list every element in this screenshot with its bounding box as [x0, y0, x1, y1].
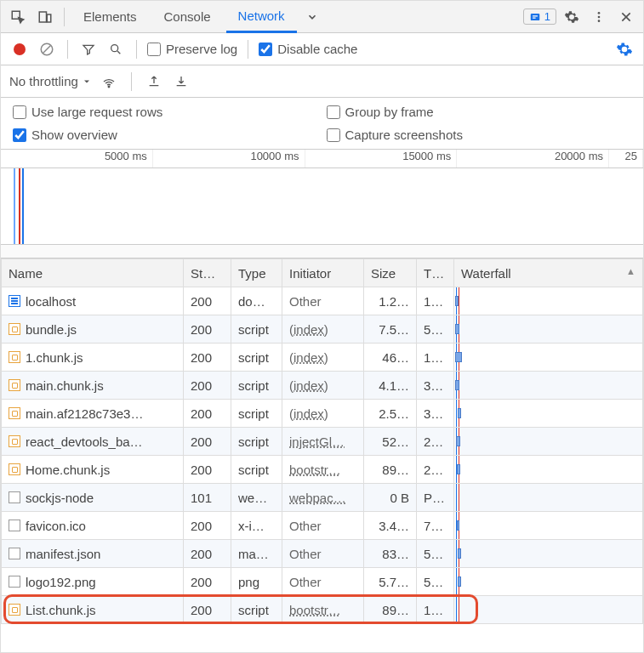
cell-status: 200	[184, 428, 231, 456]
search-icon[interactable]	[105, 39, 126, 60]
group-by-frame-input[interactable]	[327, 105, 340, 119]
table-row[interactable]: logo192.png 200 png Other 5.7… 5…	[2, 568, 643, 596]
cell-initiator[interactable]: (index)	[282, 315, 364, 344]
table-row[interactable]: sockjs-node 101 we… webpac… 0 B P…	[2, 484, 643, 512]
cell-initiator[interactable]: (index)	[282, 372, 364, 400]
cell-initiator[interactable]: Other	[282, 287, 364, 315]
waterfall-dcl-line	[456, 596, 457, 623]
col-initiator[interactable]: Initiator	[282, 259, 364, 287]
cell-name[interactable]: sockjs-node	[2, 484, 184, 512]
capture-screenshots-input[interactable]	[327, 128, 340, 142]
initiator-link[interactable]: (index)	[289, 322, 328, 337]
cell-name[interactable]: favicon.ico	[2, 512, 184, 540]
table-row[interactable]: bundle.js 200 script (index) 7.5… 5…	[2, 315, 643, 344]
cell-name[interactable]: react_devtools_ba…	[2, 428, 184, 456]
cell-name[interactable]: 1.chunk.js	[2, 344, 184, 372]
large-rows-label: Use large request rows	[31, 105, 162, 119]
cell-name[interactable]: logo192.png	[2, 568, 184, 596]
cell-name[interactable]: List.chunk.js	[2, 596, 184, 624]
cell-time: 1…	[417, 344, 454, 372]
settings-gear-icon[interactable]	[560, 5, 584, 29]
col-type[interactable]: Type	[231, 259, 282, 287]
group-by-frame-checkbox[interactable]: Group by frame	[327, 105, 632, 119]
table-row[interactable]: 1.chunk.js 200 script (index) 46… 1…	[2, 344, 643, 372]
col-status[interactable]: St…	[184, 259, 231, 287]
col-name[interactable]: Name	[2, 259, 184, 287]
initiator-link[interactable]: (index)	[289, 378, 328, 393]
device-toolbar-icon[interactable]	[33, 5, 57, 29]
initiator-link: Other	[289, 547, 322, 561]
initiator-link[interactable]: webpac…	[289, 491, 346, 505]
cell-initiator[interactable]: bootstr…	[282, 456, 364, 484]
cell-initiator[interactable]: (index)	[282, 400, 364, 428]
filter-icon[interactable]	[78, 39, 99, 60]
col-size[interactable]: Size	[364, 259, 417, 287]
cell-name[interactable]: main.chunk.js	[2, 372, 184, 400]
kebab-menu-icon[interactable]	[587, 5, 611, 29]
disable-cache-label: Disable cache	[277, 42, 357, 56]
cell-name[interactable]: bundle.js	[2, 315, 184, 344]
tab-elements[interactable]: Elements	[71, 1, 149, 32]
clear-icon[interactable]	[37, 39, 57, 60]
cell-initiator[interactable]: Other	[282, 568, 364, 596]
import-har-icon[interactable]	[144, 71, 164, 92]
more-tabs-icon[interactable]	[300, 5, 324, 29]
preserve-log-checkbox[interactable]: Preserve log	[147, 42, 237, 56]
preserve-log-input[interactable]	[147, 43, 161, 56]
table-row[interactable]: favicon.ico 200 x-i… Other 3.4… 7…	[2, 512, 643, 540]
table-row[interactable]: react_devtools_ba… 200 script injectGl… …	[2, 428, 643, 456]
tab-console[interactable]: Console	[152, 1, 223, 32]
col-waterfall[interactable]: Waterfall	[454, 259, 643, 287]
throttling-select[interactable]: No throttling	[9, 74, 92, 88]
disable-cache-checkbox[interactable]: Disable cache	[259, 42, 357, 56]
cell-initiator[interactable]: Other	[282, 512, 364, 540]
timeline-ruler[interactable]: 5000 ms 10000 ms 15000 ms 20000 ms 25	[1, 150, 643, 168]
ruler-tick: 5000 ms	[1, 150, 153, 168]
cell-name[interactable]: manifest.json	[2, 540, 184, 568]
export-har-icon[interactable]	[171, 71, 191, 92]
issues-badge[interactable]: 1	[523, 9, 556, 25]
capture-screenshots-checkbox[interactable]: Capture screenshots	[327, 128, 632, 142]
overview-bar	[14, 168, 15, 244]
cell-initiator[interactable]: injectGl…	[282, 428, 364, 456]
network-conditions-icon[interactable]	[99, 71, 119, 92]
cell-name[interactable]: localhost	[2, 287, 184, 315]
cell-initiator[interactable]: Other	[282, 540, 364, 568]
timeline-overview[interactable]	[1, 168, 643, 245]
large-rows-checkbox[interactable]: Use large request rows	[13, 105, 318, 119]
cell-type: ma…	[231, 540, 282, 568]
col-time[interactable]: T…	[417, 259, 454, 287]
svg-rect-1	[39, 12, 46, 22]
cell-name[interactable]: main.af2128c73e3…	[2, 400, 184, 428]
file-type-icon	[9, 548, 20, 559]
svg-point-4	[598, 12, 601, 14]
initiator-link[interactable]: (index)	[289, 406, 328, 421]
large-rows-input[interactable]	[13, 105, 26, 119]
show-overview-input[interactable]	[13, 128, 26, 142]
initiator-link[interactable]: (index)	[289, 350, 328, 365]
table-row[interactable]: List.chunk.js 200 script bootstr… 89… 1…	[2, 596, 643, 624]
table-row[interactable]: main.af2128c73e3… 200 script (index) 2.5…	[2, 400, 643, 428]
cell-name[interactable]: Home.chunk.js	[2, 456, 184, 484]
show-overview-checkbox[interactable]: Show overview	[13, 128, 318, 142]
network-settings-gear-icon[interactable]	[614, 39, 635, 60]
cell-status: 200	[184, 372, 231, 400]
initiator-link[interactable]: injectGl…	[289, 434, 345, 449]
inspect-element-icon[interactable]	[6, 5, 30, 29]
initiator-link[interactable]: bootstr…	[289, 603, 341, 617]
table-row[interactable]: Home.chunk.js 200 script bootstr… 89… 2…	[2, 456, 643, 484]
file-type-icon	[9, 407, 20, 419]
initiator-link[interactable]: bootstr…	[289, 463, 341, 477]
table-row[interactable]: localhost 200 do… Other 1.2… 1…	[2, 287, 643, 315]
cell-initiator[interactable]: bootstr…	[282, 596, 364, 624]
table-row[interactable]: main.chunk.js 200 script (index) 4.1… 3…	[2, 372, 643, 400]
tab-network[interactable]: Network	[226, 2, 297, 33]
cell-waterfall	[454, 456, 643, 484]
cell-initiator[interactable]: webpac…	[282, 484, 364, 512]
cell-time: 3…	[417, 400, 454, 428]
disable-cache-input[interactable]	[259, 43, 272, 56]
cell-initiator[interactable]: (index)	[282, 344, 364, 372]
close-devtools-icon[interactable]	[614, 5, 638, 29]
record-button[interactable]	[9, 39, 30, 60]
table-row[interactable]: manifest.json 200 ma… Other 83… 5…	[2, 540, 643, 568]
